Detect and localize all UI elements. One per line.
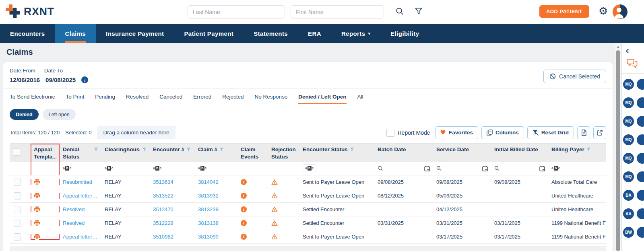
reset-grid-button[interactable]: Reset Grid	[527, 126, 574, 139]
filter-cell-denial_status[interactable]: abc	[60, 162, 101, 175]
user-badge[interactable]: MQ	[623, 134, 634, 145]
report-mode-checkbox[interactable]	[386, 129, 394, 137]
tab-to-send-electronic[interactable]: To Send Electronic	[10, 94, 55, 104]
print-appeal-template-icon[interactable]	[34, 234, 40, 240]
user-badge-partial[interactable]	[637, 227, 644, 238]
filter-cell-clearinghouse[interactable]: abc	[101, 162, 150, 175]
tab-canceled[interactable]: Canceled	[159, 94, 182, 104]
nav-item-insurance-payment[interactable]: Insurance Payment	[96, 24, 174, 43]
encounter-number-link[interactable]: 3512470	[153, 206, 173, 212]
column-filter-icon[interactable]	[142, 147, 147, 152]
encounter-number-link[interactable]: 3513522	[153, 193, 173, 199]
vertical-scrollbar[interactable]: ▲	[615, 43, 621, 251]
row-checkbox[interactable]	[14, 192, 21, 200]
col-header-initial_billed_date[interactable]: Initial Billed Date	[491, 144, 548, 162]
denial-status-link[interactable]: Resolved	[63, 220, 85, 226]
tab-pending[interactable]: Pending	[95, 94, 115, 104]
nav-item-encounters[interactable]: Encounters	[0, 24, 55, 43]
print-appeal-template-icon[interactable]	[34, 206, 40, 212]
claim-events-info-icon[interactable]: i	[241, 206, 247, 212]
rejection-warning-icon[interactable]	[271, 234, 278, 240]
text-filter-icon[interactable]: abc	[198, 166, 207, 171]
user-avatar[interactable]	[613, 4, 627, 19]
claim-events-info-icon[interactable]: i	[241, 234, 247, 240]
add-patient-button[interactable]: ADD PATIENT	[539, 5, 589, 18]
tab-no-response[interactable]: No Response	[255, 94, 288, 104]
col-header-encounter_status[interactable]: Encounter Status	[299, 144, 374, 162]
claim-events-info-icon[interactable]: i	[241, 220, 247, 226]
col-header-batch_date[interactable]: Batch Date	[374, 144, 433, 162]
rejection-warning-icon[interactable]	[271, 220, 278, 226]
filter-cell-initial_billed_date[interactable]	[491, 162, 548, 175]
user-badge-partial[interactable]	[637, 97, 644, 108]
col-header-claim_events[interactable]: Claim Events	[237, 144, 268, 162]
collapse-chevron-icon[interactable]	[625, 49, 644, 53]
chat-messages-icon[interactable]	[627, 59, 644, 69]
calendar-icon[interactable]	[482, 166, 488, 171]
nav-item-reports[interactable]: Reports▾	[331, 24, 380, 43]
filter-cell-service_date[interactable]	[433, 162, 491, 175]
tab-all[interactable]: All	[357, 94, 363, 104]
tab-denied-left-open[interactable]: Denied / Left Open	[298, 94, 346, 104]
pill-left-open[interactable]: Left open	[43, 109, 76, 120]
user-badge[interactable]: BW	[623, 227, 634, 238]
text-filter-icon[interactable]: abc	[303, 165, 316, 172]
user-badge[interactable]: BA	[623, 190, 634, 201]
nav-item-patient-payment[interactable]: Patient Payment	[174, 24, 244, 43]
col-header-billing_payer[interactable]: Billing Payer	[548, 144, 606, 162]
row-checkbox[interactable]	[14, 233, 21, 241]
search-filter-icon[interactable]	[378, 166, 383, 171]
rejection-warning-icon[interactable]	[271, 206, 278, 212]
user-badge-partial[interactable]	[637, 171, 644, 182]
claim-number-link[interactable]: 3813090	[198, 234, 219, 240]
row-checkbox[interactable]	[14, 206, 21, 213]
claim-number-link[interactable]: 3813932	[198, 193, 219, 199]
nav-item-era[interactable]: ERA	[298, 24, 331, 43]
user-badge[interactable]: MQ	[623, 153, 634, 164]
denial-status-link[interactable]: Resolved	[63, 206, 85, 212]
user-badge[interactable]: AA	[623, 208, 634, 219]
tab-errored[interactable]: Errored	[193, 94, 211, 104]
user-badge-partial[interactable]	[637, 116, 644, 127]
first-name-input[interactable]	[291, 5, 384, 19]
favorites-button[interactable]: ♥ Favorites	[435, 126, 478, 139]
print-appeal-template-icon[interactable]	[34, 193, 40, 199]
nav-item-claims[interactable]: Claims	[55, 24, 96, 43]
claim-number-link[interactable]: 3814042	[198, 179, 219, 185]
settings-gear-icon[interactable]: ⚙	[599, 6, 608, 16]
column-filter-icon[interactable]	[350, 147, 354, 152]
user-badge-partial[interactable]	[637, 79, 644, 90]
encounter-number-link[interactable]: 3512228	[153, 220, 173, 226]
tab-resolved[interactable]: Resolved	[126, 94, 149, 104]
denial-status-link[interactable]: Appeal letter in ...	[63, 234, 98, 240]
claim-number-link[interactable]: 3813138	[198, 220, 219, 226]
rejection-warning-icon[interactable]	[271, 179, 278, 185]
select-all-checkbox[interactable]	[13, 148, 20, 156]
row-checkbox[interactable]	[14, 220, 21, 227]
denial-status-link[interactable]: Resubmitted	[63, 179, 92, 185]
claim-events-info-icon[interactable]: i	[241, 179, 247, 185]
encounter-number-link[interactable]: 3510982	[153, 234, 173, 240]
col-header-rejection_status[interactable]: Rejection Status	[268, 144, 299, 162]
user-badge-partial[interactable]	[637, 134, 644, 145]
col-header-service_date[interactable]: Service Date	[433, 144, 491, 162]
pill-denied[interactable]: Denied	[10, 109, 39, 120]
scroll-up-arrow-icon[interactable]: ▲	[615, 43, 621, 49]
filter-cell-claim[interactable]: abc	[195, 162, 237, 175]
export-share-button[interactable]	[593, 126, 606, 139]
row-checkbox[interactable]	[14, 179, 21, 186]
user-badge-partial[interactable]	[637, 208, 644, 219]
drag-column-hint[interactable]: Drag a column header here	[97, 126, 175, 139]
user-badge[interactable]: MQ	[623, 116, 634, 127]
claim-events-info-icon[interactable]: i	[241, 193, 247, 199]
encounter-number-link[interactable]: 3513634	[153, 179, 173, 185]
column-filter-icon[interactable]	[94, 147, 98, 152]
date-from-value[interactable]: 12/06/2016	[10, 76, 40, 83]
col-header-appeal[interactable]: Appeal Templa...	[31, 144, 60, 162]
column-filter-icon[interactable]	[586, 147, 591, 152]
date-to-value[interactable]: 09/08/2025	[45, 76, 76, 83]
print-appeal-template-icon[interactable]	[34, 179, 40, 185]
column-filter-icon[interactable]	[186, 147, 191, 152]
filter-cell-encounter_status[interactable]: abc	[299, 162, 374, 175]
filter-cell-encounter[interactable]: abc	[150, 162, 195, 175]
